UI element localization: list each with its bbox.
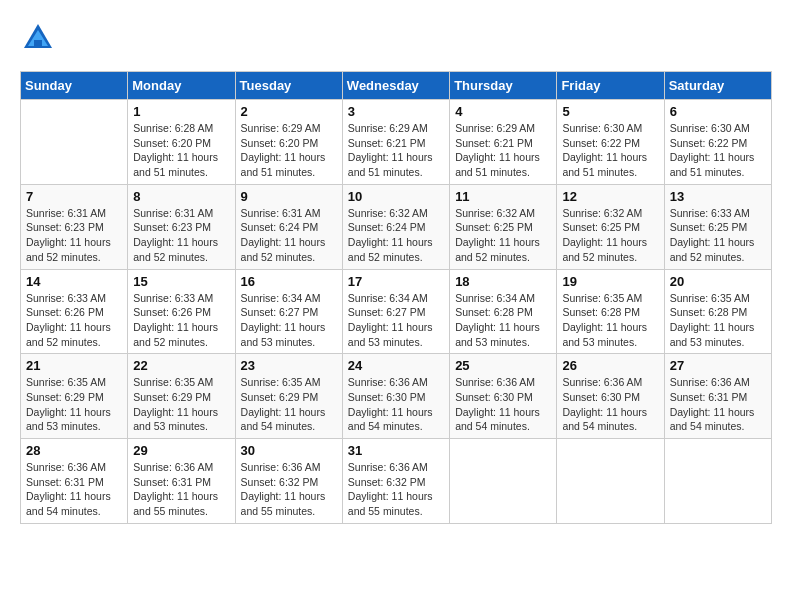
day-number: 18 bbox=[455, 274, 551, 289]
calendar-cell: 24Sunrise: 6:36 AM Sunset: 6:30 PM Dayli… bbox=[342, 354, 449, 439]
day-number: 8 bbox=[133, 189, 229, 204]
day-number: 3 bbox=[348, 104, 444, 119]
weekday-header-tuesday: Tuesday bbox=[235, 72, 342, 100]
day-info: Sunrise: 6:32 AM Sunset: 6:24 PM Dayligh… bbox=[348, 206, 444, 265]
calendar-week-2: 7Sunrise: 6:31 AM Sunset: 6:23 PM Daylig… bbox=[21, 184, 772, 269]
weekday-header-sunday: Sunday bbox=[21, 72, 128, 100]
calendar-cell: 8Sunrise: 6:31 AM Sunset: 6:23 PM Daylig… bbox=[128, 184, 235, 269]
calendar-cell: 29Sunrise: 6:36 AM Sunset: 6:31 PM Dayli… bbox=[128, 439, 235, 524]
day-info: Sunrise: 6:36 AM Sunset: 6:30 PM Dayligh… bbox=[348, 375, 444, 434]
calendar-cell bbox=[557, 439, 664, 524]
day-info: Sunrise: 6:29 AM Sunset: 6:20 PM Dayligh… bbox=[241, 121, 337, 180]
day-info: Sunrise: 6:36 AM Sunset: 6:32 PM Dayligh… bbox=[241, 460, 337, 519]
calendar-cell: 10Sunrise: 6:32 AM Sunset: 6:24 PM Dayli… bbox=[342, 184, 449, 269]
day-number: 19 bbox=[562, 274, 658, 289]
calendar-cell bbox=[21, 100, 128, 185]
day-info: Sunrise: 6:34 AM Sunset: 6:27 PM Dayligh… bbox=[348, 291, 444, 350]
calendar-cell: 20Sunrise: 6:35 AM Sunset: 6:28 PM Dayli… bbox=[664, 269, 771, 354]
calendar-cell: 31Sunrise: 6:36 AM Sunset: 6:32 PM Dayli… bbox=[342, 439, 449, 524]
day-number: 23 bbox=[241, 358, 337, 373]
calendar-cell: 26Sunrise: 6:36 AM Sunset: 6:30 PM Dayli… bbox=[557, 354, 664, 439]
day-number: 1 bbox=[133, 104, 229, 119]
day-info: Sunrise: 6:36 AM Sunset: 6:31 PM Dayligh… bbox=[26, 460, 122, 519]
calendar-cell: 15Sunrise: 6:33 AM Sunset: 6:26 PM Dayli… bbox=[128, 269, 235, 354]
day-info: Sunrise: 6:31 AM Sunset: 6:23 PM Dayligh… bbox=[133, 206, 229, 265]
calendar-cell bbox=[450, 439, 557, 524]
calendar-cell: 21Sunrise: 6:35 AM Sunset: 6:29 PM Dayli… bbox=[21, 354, 128, 439]
day-info: Sunrise: 6:28 AM Sunset: 6:20 PM Dayligh… bbox=[133, 121, 229, 180]
day-number: 27 bbox=[670, 358, 766, 373]
day-number: 25 bbox=[455, 358, 551, 373]
weekday-header-row: SundayMondayTuesdayWednesdayThursdayFrid… bbox=[21, 72, 772, 100]
day-number: 16 bbox=[241, 274, 337, 289]
day-number: 10 bbox=[348, 189, 444, 204]
calendar-cell: 27Sunrise: 6:36 AM Sunset: 6:31 PM Dayli… bbox=[664, 354, 771, 439]
page: SundayMondayTuesdayWednesdayThursdayFrid… bbox=[0, 0, 792, 534]
calendar-cell: 12Sunrise: 6:32 AM Sunset: 6:25 PM Dayli… bbox=[557, 184, 664, 269]
day-info: Sunrise: 6:29 AM Sunset: 6:21 PM Dayligh… bbox=[455, 121, 551, 180]
day-number: 28 bbox=[26, 443, 122, 458]
calendar-week-4: 21Sunrise: 6:35 AM Sunset: 6:29 PM Dayli… bbox=[21, 354, 772, 439]
calendar-cell: 13Sunrise: 6:33 AM Sunset: 6:25 PM Dayli… bbox=[664, 184, 771, 269]
day-number: 20 bbox=[670, 274, 766, 289]
calendar-cell: 3Sunrise: 6:29 AM Sunset: 6:21 PM Daylig… bbox=[342, 100, 449, 185]
weekday-header-saturday: Saturday bbox=[664, 72, 771, 100]
day-info: Sunrise: 6:34 AM Sunset: 6:27 PM Dayligh… bbox=[241, 291, 337, 350]
day-number: 6 bbox=[670, 104, 766, 119]
calendar-week-5: 28Sunrise: 6:36 AM Sunset: 6:31 PM Dayli… bbox=[21, 439, 772, 524]
calendar-cell: 5Sunrise: 6:30 AM Sunset: 6:22 PM Daylig… bbox=[557, 100, 664, 185]
day-number: 11 bbox=[455, 189, 551, 204]
calendar-cell: 4Sunrise: 6:29 AM Sunset: 6:21 PM Daylig… bbox=[450, 100, 557, 185]
calendar-cell: 22Sunrise: 6:35 AM Sunset: 6:29 PM Dayli… bbox=[128, 354, 235, 439]
day-info: Sunrise: 6:36 AM Sunset: 6:30 PM Dayligh… bbox=[562, 375, 658, 434]
calendar-cell: 30Sunrise: 6:36 AM Sunset: 6:32 PM Dayli… bbox=[235, 439, 342, 524]
calendar-week-1: 1Sunrise: 6:28 AM Sunset: 6:20 PM Daylig… bbox=[21, 100, 772, 185]
day-info: Sunrise: 6:33 AM Sunset: 6:25 PM Dayligh… bbox=[670, 206, 766, 265]
day-info: Sunrise: 6:35 AM Sunset: 6:28 PM Dayligh… bbox=[670, 291, 766, 350]
day-info: Sunrise: 6:32 AM Sunset: 6:25 PM Dayligh… bbox=[455, 206, 551, 265]
calendar-week-3: 14Sunrise: 6:33 AM Sunset: 6:26 PM Dayli… bbox=[21, 269, 772, 354]
calendar-cell: 28Sunrise: 6:36 AM Sunset: 6:31 PM Dayli… bbox=[21, 439, 128, 524]
calendar-cell: 17Sunrise: 6:34 AM Sunset: 6:27 PM Dayli… bbox=[342, 269, 449, 354]
day-info: Sunrise: 6:36 AM Sunset: 6:31 PM Dayligh… bbox=[670, 375, 766, 434]
day-info: Sunrise: 6:33 AM Sunset: 6:26 PM Dayligh… bbox=[133, 291, 229, 350]
svg-rect-2 bbox=[34, 40, 42, 48]
logo-icon bbox=[20, 20, 56, 56]
weekday-header-thursday: Thursday bbox=[450, 72, 557, 100]
day-info: Sunrise: 6:30 AM Sunset: 6:22 PM Dayligh… bbox=[562, 121, 658, 180]
day-number: 21 bbox=[26, 358, 122, 373]
day-info: Sunrise: 6:36 AM Sunset: 6:30 PM Dayligh… bbox=[455, 375, 551, 434]
calendar-cell: 16Sunrise: 6:34 AM Sunset: 6:27 PM Dayli… bbox=[235, 269, 342, 354]
calendar-cell: 1Sunrise: 6:28 AM Sunset: 6:20 PM Daylig… bbox=[128, 100, 235, 185]
day-number: 29 bbox=[133, 443, 229, 458]
day-number: 22 bbox=[133, 358, 229, 373]
calendar-cell: 2Sunrise: 6:29 AM Sunset: 6:20 PM Daylig… bbox=[235, 100, 342, 185]
calendar-cell: 6Sunrise: 6:30 AM Sunset: 6:22 PM Daylig… bbox=[664, 100, 771, 185]
calendar-cell: 7Sunrise: 6:31 AM Sunset: 6:23 PM Daylig… bbox=[21, 184, 128, 269]
day-number: 13 bbox=[670, 189, 766, 204]
day-info: Sunrise: 6:33 AM Sunset: 6:26 PM Dayligh… bbox=[26, 291, 122, 350]
calendar-cell: 11Sunrise: 6:32 AM Sunset: 6:25 PM Dayli… bbox=[450, 184, 557, 269]
day-info: Sunrise: 6:35 AM Sunset: 6:29 PM Dayligh… bbox=[26, 375, 122, 434]
calendar-header: SundayMondayTuesdayWednesdayThursdayFrid… bbox=[21, 72, 772, 100]
weekday-header-friday: Friday bbox=[557, 72, 664, 100]
weekday-header-monday: Monday bbox=[128, 72, 235, 100]
day-info: Sunrise: 6:34 AM Sunset: 6:28 PM Dayligh… bbox=[455, 291, 551, 350]
day-number: 24 bbox=[348, 358, 444, 373]
day-info: Sunrise: 6:35 AM Sunset: 6:29 PM Dayligh… bbox=[241, 375, 337, 434]
day-number: 2 bbox=[241, 104, 337, 119]
day-number: 5 bbox=[562, 104, 658, 119]
day-info: Sunrise: 6:36 AM Sunset: 6:32 PM Dayligh… bbox=[348, 460, 444, 519]
weekday-header-wednesday: Wednesday bbox=[342, 72, 449, 100]
logo bbox=[20, 20, 62, 56]
calendar-body: 1Sunrise: 6:28 AM Sunset: 6:20 PM Daylig… bbox=[21, 100, 772, 524]
day-number: 26 bbox=[562, 358, 658, 373]
calendar-table: SundayMondayTuesdayWednesdayThursdayFrid… bbox=[20, 71, 772, 524]
day-number: 12 bbox=[562, 189, 658, 204]
day-info: Sunrise: 6:31 AM Sunset: 6:24 PM Dayligh… bbox=[241, 206, 337, 265]
day-info: Sunrise: 6:30 AM Sunset: 6:22 PM Dayligh… bbox=[670, 121, 766, 180]
calendar-cell: 18Sunrise: 6:34 AM Sunset: 6:28 PM Dayli… bbox=[450, 269, 557, 354]
calendar-cell: 9Sunrise: 6:31 AM Sunset: 6:24 PM Daylig… bbox=[235, 184, 342, 269]
header bbox=[20, 20, 772, 56]
day-number: 15 bbox=[133, 274, 229, 289]
